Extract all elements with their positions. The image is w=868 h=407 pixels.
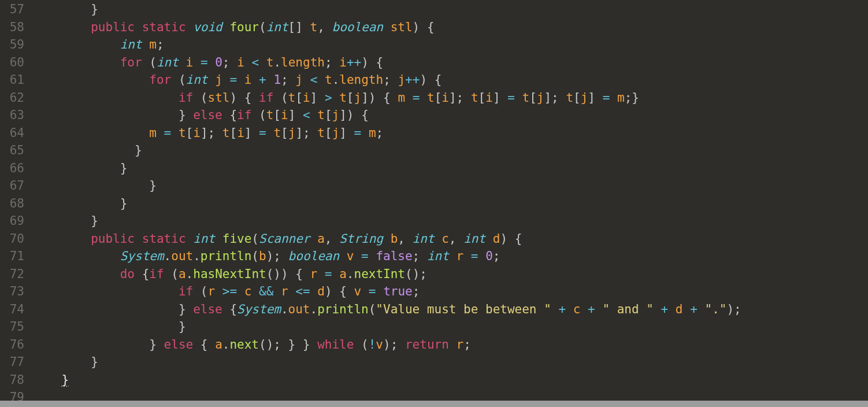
line-number: 61 bbox=[0, 71, 24, 89]
code-line[interactable]: } bbox=[32, 1, 868, 18]
code-line[interactable]: for (int i = 0; i < t.length; i++) { bbox=[32, 54, 868, 72]
line-number: 57 bbox=[0, 1, 24, 18]
code-line[interactable]: int m; bbox=[32, 36, 868, 54]
code-line[interactable]: m = t[i]; t[i] = t[j]; t[j] = m; bbox=[32, 124, 868, 142]
line-number: 77 bbox=[0, 353, 24, 371]
code-line[interactable]: } bbox=[32, 160, 868, 177]
line-number-gutter: 5758596061626364656667686970717273747576… bbox=[0, 0, 32, 401]
line-number: 74 bbox=[0, 301, 24, 319]
line-number: 67 bbox=[0, 177, 24, 195]
line-number: 78 bbox=[0, 371, 24, 389]
line-number: 72 bbox=[0, 265, 24, 283]
code-line[interactable]: } bbox=[32, 371, 868, 389]
horizontal-scrollbar[interactable] bbox=[0, 401, 868, 407]
code-line[interactable]: } bbox=[32, 353, 868, 371]
line-number: 59 bbox=[0, 36, 24, 54]
line-number: 63 bbox=[0, 106, 24, 124]
code-line[interactable]: } bbox=[32, 177, 868, 195]
code-line[interactable]: if (stl) { if (t[i] > t[j]) { m = t[i]; … bbox=[32, 89, 868, 107]
code-line[interactable]: public static int five(Scanner a, String… bbox=[32, 230, 868, 248]
line-number: 75 bbox=[0, 318, 24, 336]
code-line[interactable]: } bbox=[32, 195, 868, 213]
code-area[interactable]: } public static void four(int[] t, boole… bbox=[32, 0, 868, 401]
line-number: 70 bbox=[0, 230, 24, 248]
line-number: 58 bbox=[0, 18, 24, 36]
line-number: 60 bbox=[0, 54, 24, 72]
line-number: 64 bbox=[0, 124, 24, 142]
code-line[interactable]: public static void four(int[] t, boolean… bbox=[32, 18, 868, 36]
line-number: 73 bbox=[0, 283, 24, 301]
code-line[interactable]: } else {if (t[i] < t[j]) { bbox=[32, 106, 868, 124]
code-line[interactable]: System.out.println(b); boolean v = false… bbox=[32, 247, 868, 265]
line-number: 68 bbox=[0, 195, 24, 213]
line-number: 69 bbox=[0, 212, 24, 230]
code-line[interactable]: do {if (a.hasNextInt()) { r = a.nextInt(… bbox=[32, 265, 868, 283]
code-line[interactable]: } else { a.next(); } } while (!v); retur… bbox=[32, 336, 868, 354]
code-line[interactable]: } else {System.out.println("Value must b… bbox=[32, 301, 868, 319]
line-number: 71 bbox=[0, 247, 24, 265]
line-number: 66 bbox=[0, 160, 24, 177]
line-number: 65 bbox=[0, 142, 24, 160]
code-line[interactable]: } bbox=[32, 318, 868, 336]
line-number: 76 bbox=[0, 336, 24, 354]
code-editor[interactable]: 5758596061626364656667686970717273747576… bbox=[0, 0, 868, 401]
code-line[interactable]: } bbox=[32, 142, 868, 160]
code-line[interactable]: if (r >= c && r <= d) { v = true; bbox=[32, 283, 868, 301]
code-line[interactable]: } bbox=[32, 212, 868, 230]
code-line[interactable]: for (int j = i + 1; j < t.length; j++) { bbox=[32, 71, 868, 89]
line-number: 62 bbox=[0, 89, 24, 107]
